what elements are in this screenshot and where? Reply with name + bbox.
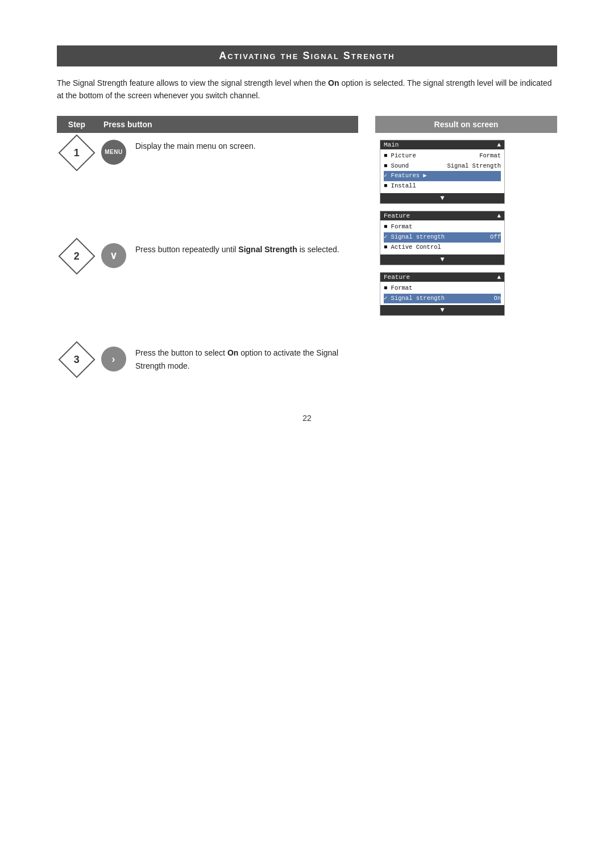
menu2-header-label: Feature xyxy=(384,212,410,219)
menu3-value-signal: On xyxy=(493,294,501,304)
button-cell-2: ∨ xyxy=(97,236,131,326)
right-arrow-icon: › xyxy=(112,353,116,365)
menu1-item-features: ✓ Features ▶ xyxy=(384,171,427,181)
menu2-item-signal: ✓ Signal strength xyxy=(384,232,445,243)
col-header-spacer xyxy=(358,116,375,133)
menu1-footer: ▼ xyxy=(380,193,504,203)
instruction-bold-2: Signal Strength xyxy=(238,245,297,254)
menu3-footer: ▼ xyxy=(380,305,504,315)
instruction-cell-1: Display the main menu on screen. xyxy=(131,133,358,223)
instruction-text-2a: Press button repeatedly until xyxy=(135,245,238,254)
col-spacer-2 xyxy=(358,236,375,326)
menu3-header: Feature ▲ xyxy=(380,273,504,282)
menu1-body: ■ Picture Format ■ Sound Signal Strength… xyxy=(380,149,504,193)
step-diamond-3: 3 xyxy=(58,341,95,378)
menu3-item-signal: ✓ Signal strength xyxy=(384,294,445,304)
col-spacer-3 xyxy=(358,340,375,379)
intro-bold: On xyxy=(328,78,339,87)
instruction-cell-2: Press button repeatedly until Signal Str… xyxy=(131,236,358,326)
step-label-3: 3 xyxy=(74,354,80,366)
intro-paragraph: The Signal Strength feature allows to vi… xyxy=(57,77,557,102)
down-arrow-button[interactable]: ∨ xyxy=(101,243,126,268)
instruction-text-1: Display the main menu on screen. xyxy=(135,141,256,151)
down-arrow-icon: ∨ xyxy=(110,249,118,262)
step-label-1: 1 xyxy=(74,147,80,158)
menu2-item-active: ■ Active Control xyxy=(384,243,441,253)
spacer-cell-2 xyxy=(57,326,375,340)
instruction-cell-3: Press the button to select On option to … xyxy=(131,340,358,379)
menu1-row-install: ■ Install xyxy=(384,181,501,191)
page-title-bar: Activating the Signal Strength xyxy=(57,45,557,66)
step-number-2: 2 xyxy=(57,236,97,326)
menu2-footer: ▼ xyxy=(380,254,504,265)
menu-screen-3: Feature ▲ ■ Format ✓ Signal strength On xyxy=(380,272,505,316)
table-row: 3 › Press the button to select On option… xyxy=(57,340,557,379)
instruction-bold-3: On xyxy=(227,348,238,357)
menu2-up-arrow: ▲ xyxy=(497,212,501,219)
row-spacer-2 xyxy=(57,326,557,340)
menu1-row-picture: ■ Picture Format xyxy=(384,151,501,161)
menu1-row-features: ✓ Features ▶ xyxy=(384,171,501,181)
menu-button-label: MENU xyxy=(105,149,122,155)
steps-table: Step Press button Result on screen 1 MEN… xyxy=(57,116,557,380)
button-cell-1: MENU xyxy=(97,133,131,223)
menu2-header: Feature ▲ xyxy=(380,211,504,220)
menu3-item-format: ■ Format xyxy=(384,283,412,294)
menu1-header-label: Main xyxy=(384,141,399,148)
step-label-2: 2 xyxy=(74,251,80,262)
menu2-item-format: ■ Format xyxy=(384,222,412,232)
menu1-value-sound: Signal Strength xyxy=(447,161,501,172)
step-diamond-1: 1 xyxy=(58,134,95,171)
menu-button[interactable]: MENU xyxy=(101,140,126,165)
page-title: Activating the Signal Strength xyxy=(219,50,395,61)
menu-screen-1: Main ▲ ■ Picture Format ■ Sound Signal S… xyxy=(380,140,505,204)
menu1-up-arrow: ▲ xyxy=(497,141,501,148)
menu3-row-signal: ✓ Signal strength On xyxy=(384,294,501,304)
menu2-value-signal: Off xyxy=(490,232,501,243)
menu1-value-picture: Format xyxy=(479,151,501,161)
menu1-item-picture: ■ Picture xyxy=(384,151,416,161)
menu3-row-format: ■ Format xyxy=(384,283,501,294)
menu2-row-signal: ✓ Signal strength Off xyxy=(384,232,501,243)
col-header-step: Step xyxy=(57,116,97,133)
col-header-result: Result on screen xyxy=(375,116,557,133)
menu1-item-install: ■ Install xyxy=(384,181,416,191)
menu1-item-sound: ■ Sound xyxy=(384,161,409,172)
menu1-header: Main ▲ xyxy=(380,140,504,149)
step-number-3: 3 xyxy=(57,340,97,379)
menu2-row-format: ■ Format xyxy=(384,222,501,232)
menu-screen-2: Feature ▲ ■ Format ✓ Signal strength Off xyxy=(380,211,505,265)
step-diamond-2: 2 xyxy=(58,238,95,275)
instruction-text-2b: is selected. xyxy=(297,245,339,254)
menu1-row-sound: ■ Sound Signal Strength xyxy=(384,161,501,172)
col-header-press: Press button xyxy=(97,116,358,133)
menu3-header-label: Feature xyxy=(384,274,410,281)
col-spacer-1 xyxy=(358,133,375,223)
table-row: 1 MENU Display the main menu on screen. … xyxy=(57,133,557,223)
menu3-body: ■ Format ✓ Signal strength On xyxy=(380,282,504,306)
menu2-body: ■ Format ✓ Signal strength Off ■ Active … xyxy=(380,220,504,254)
intro-text-before: The Signal Strength feature allows to vi… xyxy=(57,78,328,87)
table-header-row: Step Press button Result on screen xyxy=(57,116,557,133)
spacer-cell xyxy=(57,223,375,236)
menu3-up-arrow: ▲ xyxy=(497,274,501,281)
page-number: 22 xyxy=(57,414,557,423)
result-column: Main ▲ ■ Picture Format ■ Sound Signal S… xyxy=(375,133,557,327)
right-arrow-button[interactable]: › xyxy=(101,347,126,372)
step-number-1: 1 xyxy=(57,133,97,223)
menu2-row-active: ■ Active Control xyxy=(384,243,501,253)
button-cell-3: › xyxy=(97,340,131,379)
instruction-text-3a: Press the button to select xyxy=(135,348,227,357)
